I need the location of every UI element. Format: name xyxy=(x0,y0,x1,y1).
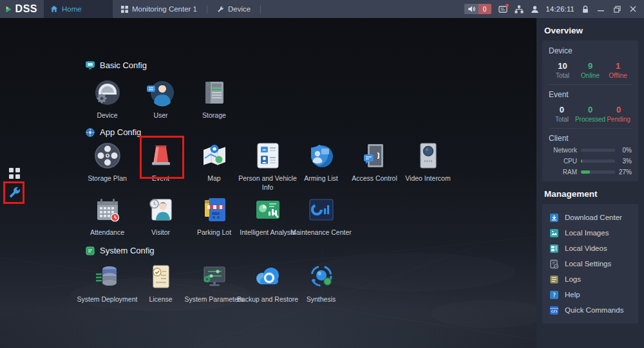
client-ram-row: RAM 27% xyxy=(549,169,632,176)
app-item-label: System Deployment xyxy=(77,295,138,304)
client-network-row: Network 0% xyxy=(549,147,632,154)
app-item-event[interactable]: Event xyxy=(134,140,187,192)
topbar-controls: 0 14:26:11 xyxy=(464,4,644,14)
local-settings-icon xyxy=(549,259,559,269)
basic-config-icon xyxy=(86,61,95,69)
device-online: 9 Online xyxy=(576,61,604,79)
config-wrench-button[interactable] xyxy=(8,186,21,202)
access-control-icon xyxy=(359,140,390,171)
restore-button[interactable] xyxy=(612,5,621,14)
management-item-label: Local Videos xyxy=(565,244,607,252)
dss-logo-icon xyxy=(5,3,13,15)
tab-device[interactable]: Device xyxy=(211,0,257,18)
event-stats-title: Event xyxy=(549,90,632,99)
app-item-maintenance-center[interactable]: Maintenance Center xyxy=(294,194,348,237)
speaker-icon xyxy=(464,4,478,14)
lock-icon[interactable] xyxy=(582,5,589,14)
management-item-label: Download Center xyxy=(565,214,622,221)
app-item-label: License xyxy=(130,295,192,304)
management-panel: Download Center Local Images Local Video… xyxy=(542,204,638,324)
person-vehicle-info-icon xyxy=(252,140,283,171)
app-config-row-1: Storage Plan Event xyxy=(80,140,455,192)
app-item-intelligent-analysis[interactable]: Intelligent Analysis xyxy=(241,194,294,237)
client-cpu-row: CPU 3% xyxy=(549,158,632,165)
app-item-label: Maintenance Center xyxy=(290,228,352,237)
close-button[interactable] xyxy=(629,5,638,14)
quick-commands-icon xyxy=(549,306,559,315)
system-config-icon xyxy=(86,246,95,255)
app-item-label: Event xyxy=(130,174,192,183)
home-page: Basic Config Device xyxy=(0,18,536,348)
system-deployment-icon xyxy=(92,261,123,292)
app-item-parking-lot[interactable]: Parking Lot xyxy=(187,194,241,237)
system-parameters-icon xyxy=(199,261,230,292)
management-item-local-settings[interactable]: Local Settings xyxy=(549,256,632,271)
alarm-sound-control[interactable]: 0 xyxy=(464,4,491,14)
user-account-icon[interactable] xyxy=(531,5,539,14)
alarm-count-badge: 0 xyxy=(478,4,491,14)
management-item-quick-commands[interactable]: Quick Commands xyxy=(549,302,632,318)
app-item-map[interactable]: Map xyxy=(187,140,241,192)
download-center-icon xyxy=(549,213,559,223)
app-item-system-parameters[interactable]: System Parameters xyxy=(187,261,241,304)
app-item-label: User xyxy=(130,111,192,120)
tab-home[interactable]: Home xyxy=(44,0,113,18)
client-stats-title: Client xyxy=(549,134,632,143)
logo-text: DSS xyxy=(15,3,37,15)
overview-title: Overview xyxy=(544,26,644,35)
app-item-label: Video Intercom xyxy=(397,174,459,183)
nav-grid-button[interactable] xyxy=(9,168,20,179)
event-stats: 0 Total 0 Processed 0 Pending xyxy=(549,105,632,123)
tab-monitoring-center[interactable]: Monitoring Center 1 xyxy=(115,0,204,18)
tab-monitoring-label: Monitoring Center 1 xyxy=(132,5,197,13)
app-item-system-deployment[interactable]: System Deployment xyxy=(80,261,134,304)
management-item-help[interactable]: ? Help xyxy=(549,287,632,302)
app-item-visitor[interactable]: Visitor xyxy=(134,194,187,237)
management-item-local-images[interactable]: Local Images xyxy=(549,225,632,241)
device-total: 10 Total xyxy=(549,61,576,79)
management-item-label: Local Settings xyxy=(565,260,611,268)
app-item-access-control[interactable]: Access Control xyxy=(348,140,401,192)
device-icon xyxy=(92,77,123,108)
synthesis-icon xyxy=(306,261,337,292)
management-item-label: Help xyxy=(565,291,580,298)
management-item-logs[interactable]: Logs xyxy=(549,271,632,287)
app-item-user[interactable]: User xyxy=(134,77,187,120)
minimize-button[interactable] xyxy=(596,5,605,14)
management-item-download-center[interactable]: Download Center xyxy=(549,210,632,225)
app-logo: DSS xyxy=(0,3,44,15)
svg-text:?: ? xyxy=(553,291,556,298)
app-item-storage-plan[interactable]: Storage Plan xyxy=(80,140,134,192)
app-item-backup-restore[interactable]: Backup and Restore xyxy=(241,261,294,304)
app-item-video-intercom[interactable]: Video Intercom xyxy=(401,140,455,192)
management-item-local-videos[interactable]: Local Videos xyxy=(549,241,632,256)
sitemap-icon[interactable] xyxy=(515,5,524,14)
app-item-label: Device xyxy=(77,111,138,120)
map-icon xyxy=(199,140,230,171)
maintenance-center-icon xyxy=(306,194,337,225)
network-bar xyxy=(581,149,615,152)
device-stats-title: Device xyxy=(549,46,632,55)
event-icon xyxy=(146,140,176,171)
license-icon xyxy=(146,261,176,292)
tab-device-label: Device xyxy=(228,5,251,13)
user-icon xyxy=(146,77,176,108)
app-item-attendance[interactable]: Attendance xyxy=(80,194,134,237)
app-item-label: System Parameters xyxy=(184,295,245,304)
management-title: Management xyxy=(544,189,644,199)
app-item-synthesis[interactable]: Synthesis xyxy=(294,261,348,304)
management-item-label: Quick Commands xyxy=(565,306,623,314)
app-item-arming-list[interactable]: Arming List xyxy=(294,140,348,192)
notification-red-dot xyxy=(506,4,509,7)
tab-home-label: Home xyxy=(62,5,82,13)
parking-lot-icon xyxy=(199,194,230,225)
logs-icon xyxy=(549,275,559,284)
app-item-label: Map xyxy=(184,174,245,183)
event-notification-icon[interactable] xyxy=(498,5,507,14)
app-item-storage[interactable]: Storage xyxy=(187,77,241,120)
app-item-license[interactable]: License xyxy=(134,261,187,304)
app-item-person-vehicle-info[interactable]: Person and Vehicle Info xyxy=(241,140,294,192)
app-item-device[interactable]: Device xyxy=(80,77,134,120)
section-title: Basic Config xyxy=(100,60,147,70)
wrench-icon xyxy=(8,186,21,199)
